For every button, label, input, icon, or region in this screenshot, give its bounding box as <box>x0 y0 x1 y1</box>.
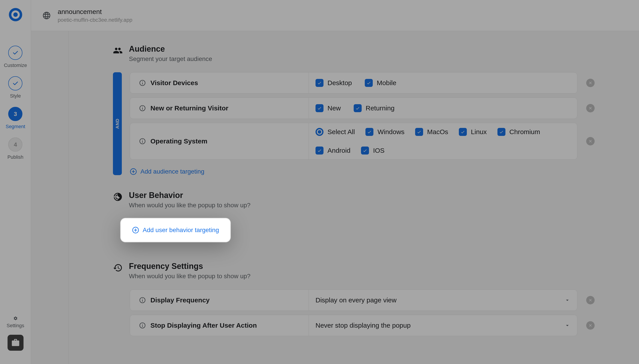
remove-button[interactable] <box>586 104 595 112</box>
option-returning[interactable]: Returning <box>354 104 395 112</box>
remove-button[interactable] <box>586 296 595 304</box>
step-style[interactable]: Style <box>8 76 23 99</box>
rule-visitor-devices: Visitor Devices Desktop Mobile <box>130 72 577 94</box>
rule-operating-system: Operating System Select All Windows MacO… <box>130 123 577 160</box>
plus-circle-icon <box>130 168 137 175</box>
frequency-subtitle: When would you like the popup to show up… <box>129 273 250 280</box>
globe-icon <box>42 11 51 20</box>
app-logo[interactable] <box>9 8 22 21</box>
behavior-title: User Behavior <box>129 191 250 200</box>
left-rail: Customize Style 3 Segment 4 Publish Sett… <box>0 0 31 364</box>
audience-subtitle: Segment your target audience <box>129 56 212 62</box>
remove-button[interactable] <box>586 137 595 146</box>
add-behavior-targeting-button[interactable]: Add user behavior targeting <box>132 226 219 234</box>
option-macos[interactable]: MacOs <box>415 128 448 136</box>
add-audience-targeting-button[interactable]: Add audience targeting <box>130 164 595 175</box>
audience-title: Audience <box>129 44 212 54</box>
people-icon <box>113 46 123 56</box>
rule-name: Visitor Devices <box>150 79 198 87</box>
close-icon <box>588 81 593 85</box>
section-user-behavior: User Behavior When would you like the po… <box>113 191 595 242</box>
info-icon[interactable] <box>139 296 146 304</box>
briefcase-icon <box>11 338 20 347</box>
remove-button[interactable] <box>586 79 595 87</box>
gear-icon <box>11 316 20 320</box>
info-icon[interactable] <box>139 138 146 145</box>
page-header: announcement poetic-muffin-cbc3ee.netlif… <box>31 0 639 31</box>
option-mobile[interactable]: Mobile <box>365 79 396 87</box>
option-ios[interactable]: IOS <box>361 146 385 154</box>
close-icon <box>588 139 593 144</box>
close-icon <box>588 298 593 302</box>
step-customize[interactable]: Customize <box>4 46 27 68</box>
chevron-down-icon <box>564 322 570 328</box>
step-publish[interactable]: 4 Publish <box>7 138 23 160</box>
option-windows[interactable]: Windows <box>366 128 405 136</box>
add-behavior-targeting-card: Add user behavior targeting <box>121 218 230 242</box>
section-frequency: Frequency Settings When would you like t… <box>113 262 595 336</box>
option-android[interactable]: Android <box>315 146 350 154</box>
plus-circle-icon <box>132 226 139 234</box>
rule-display-frequency: Display Frequency Display on every page … <box>130 290 577 311</box>
frequency-title: Frequency Settings <box>129 262 250 271</box>
settings-label: Settings <box>7 323 25 328</box>
stop-displaying-select[interactable]: Never stop displaying the popup <box>309 315 577 336</box>
header-subdomain: poetic-muffin-cbc3ee.netlify.app <box>58 17 132 23</box>
step-label: Publish <box>7 154 23 160</box>
behavior-subtitle: When would you like the popup to show up… <box>129 202 250 209</box>
info-icon[interactable] <box>139 105 146 112</box>
rule-stop-displaying: Stop Displaying After User Action Never … <box>130 315 577 336</box>
and-connector: AND <box>113 72 122 175</box>
remove-button[interactable] <box>586 321 595 330</box>
option-linux[interactable]: Linux <box>459 128 487 136</box>
option-new[interactable]: New <box>315 104 341 112</box>
close-icon <box>588 323 593 328</box>
briefcase-button[interactable] <box>8 335 24 351</box>
step-label: Customize <box>4 62 27 68</box>
option-desktop[interactable]: Desktop <box>315 79 352 87</box>
display-frequency-select[interactable]: Display on every page view <box>309 290 577 310</box>
check-icon <box>8 76 23 90</box>
rule-new-returning: New or Returning Visitor New Returning <box>130 98 577 119</box>
rule-name: Display Frequency <box>150 296 210 304</box>
check-icon <box>8 46 23 60</box>
rule-name: Stop Displaying After User Action <box>150 322 257 329</box>
target-click-icon <box>113 192 123 202</box>
history-icon <box>113 263 123 273</box>
main: Audience Segment your target audience AN… <box>31 31 639 364</box>
chevron-down-icon <box>564 297 570 303</box>
step-label: Style <box>10 93 21 99</box>
option-chromium[interactable]: Chromium <box>497 128 540 136</box>
option-select-all[interactable]: Select All <box>315 128 355 136</box>
close-icon <box>588 106 593 110</box>
info-icon[interactable] <box>139 322 146 329</box>
rule-name: New or Returning Visitor <box>150 104 228 112</box>
step-label: Segment <box>6 124 25 130</box>
settings-button[interactable]: Settings <box>9 316 22 328</box>
section-audience: Audience Segment your target audience AN… <box>113 44 595 175</box>
header-title: announcement <box>58 8 132 16</box>
info-icon[interactable] <box>139 79 146 86</box>
rule-name: Operating System <box>150 138 207 145</box>
step-segment[interactable]: 3 Segment <box>6 107 25 130</box>
